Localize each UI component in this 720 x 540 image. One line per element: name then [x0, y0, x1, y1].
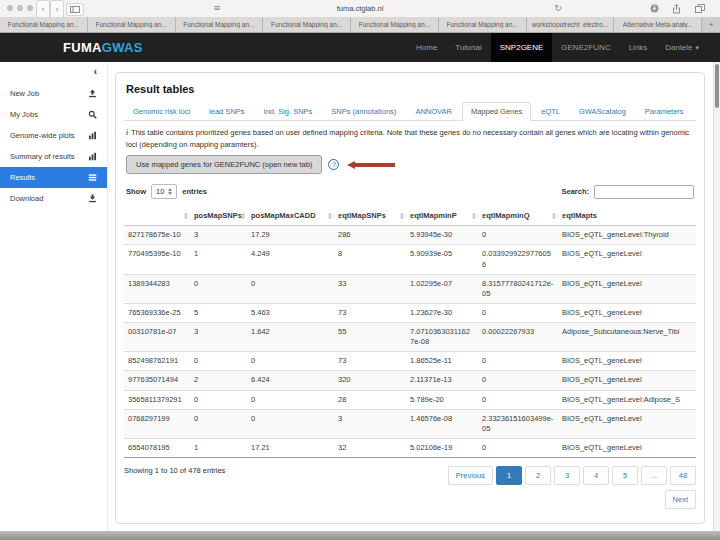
table-cell: 5.90939e-05	[406, 245, 478, 274]
pagination-page-2[interactable]: 2	[525, 466, 551, 485]
sidebar-item-results[interactable]: Results	[0, 167, 107, 188]
table-controls: Show 10 entries Search:	[126, 184, 694, 199]
column-header-eqtlmapminq[interactable]: eqtlMapminQ	[478, 207, 558, 226]
navbar-item-snp2gene[interactable]: SNP2GENE	[491, 33, 553, 62]
browser-tab-2[interactable]: Functional Mapping an...	[88, 17, 176, 32]
sidebar-item-download[interactable]: Download	[0, 188, 107, 209]
pagination-previous[interactable]: Previous	[448, 466, 493, 485]
sort-asc-icon	[400, 213, 404, 216]
sidebar-item-genome-wide-plots[interactable]: Genome-wide plots	[0, 125, 107, 146]
sort-icon[interactable]	[400, 213, 404, 220]
browser-tab-5[interactable]: Functional Mapping an...	[351, 17, 439, 32]
app-body: ‹ New JobMy JobsGenome-wide plotsSummary…	[0, 62, 720, 531]
browser-tab-6[interactable]: Functional Mapping an...	[439, 17, 527, 32]
tab-mapped-genes[interactable]: Mapped Genes	[462, 102, 531, 121]
browser-tab-4[interactable]: Functional Mapping an...	[263, 17, 351, 32]
sort-icon[interactable]	[328, 213, 332, 220]
column-header-label: eqtlMapSNPs	[338, 211, 386, 220]
column-header-eqtlmapts[interactable]: eqtlMapts	[558, 207, 696, 226]
sort-icon[interactable]	[241, 213, 245, 220]
column-header-posmapmaxcadd[interactable]: posMapMaxCADD	[247, 207, 334, 226]
scrollbar-thumb[interactable]	[715, 64, 719, 108]
share-icon[interactable]	[672, 4, 681, 14]
tab-snps-annotations[interactable]: SNPs (annotations)	[322, 102, 405, 121]
new-tab-button[interactable]: +	[702, 17, 720, 32]
tab-lead-snps[interactable]: lead SNPs	[200, 102, 253, 121]
column-header-label: eqtlMapts	[562, 211, 597, 220]
zoom-window-icon[interactable]	[27, 5, 33, 11]
table-row: 356581137929100285.789e-200BIOS_eQTL_gen…	[124, 390, 696, 409]
navbar-item-daniele[interactable]: Daniele▾	[656, 33, 708, 62]
pagination-page-1[interactable]: 1	[496, 466, 522, 485]
sort-icon[interactable]	[472, 213, 476, 220]
app-navbar: FUMAGWAS HomeTutorialSNP2GENEGENE2FUNCLi…	[0, 33, 720, 62]
page-size-select[interactable]: 10	[151, 184, 177, 199]
table-cell: BIOS_eQTL_geneLevel	[558, 303, 696, 322]
tab-genomic-risk-loci[interactable]: Genomic risk loci	[124, 102, 199, 121]
table-cell: 0	[478, 352, 558, 371]
column-header-eqtlmapsnps[interactable]: eqtlMapSNPs	[334, 207, 406, 226]
use-mapped-genes-button[interactable]: Use mapped genes for GENE2FUNC (open new…	[126, 155, 322, 174]
downloads-icon[interactable]	[650, 4, 659, 13]
navbar-item-tutorial[interactable]: Tutorial	[446, 33, 490, 62]
fuma-logo[interactable]: FUMAGWAS	[63, 33, 143, 62]
column-header-label: eqtlMapminQ	[482, 211, 530, 220]
table-cell: 2.11371e-13	[406, 371, 478, 390]
column-header-1[interactable]	[124, 207, 190, 226]
browser-tab-7[interactable]: workshoputrecht_electro...	[527, 17, 615, 32]
table-row: 138934428300331.02295e-078.3157778024171…	[124, 274, 696, 303]
browser-tab-3[interactable]: Functional Mapping an...	[176, 17, 264, 32]
help-icon[interactable]: ?	[328, 159, 339, 170]
table-cell: 0	[247, 409, 334, 438]
sidebar-item-my-jobs[interactable]: My Jobs	[0, 104, 107, 125]
tab-annovar[interactable]: ANNOVAR	[406, 102, 461, 121]
navbar-item-gene2func[interactable]: GENE2FUNC	[552, 33, 619, 62]
tab-gwascatalog[interactable]: GWAScatalog	[570, 102, 635, 121]
close-window-icon[interactable]	[7, 5, 13, 11]
table-row: 770495395e-1014.24985.90939e-050.0339299…	[124, 245, 696, 274]
sidebar-toggle-icon[interactable]	[66, 3, 84, 16]
pagination-page-48[interactable]: 48	[670, 466, 696, 485]
showing-entries-text: Showing 1 to 10 of 478 entries	[124, 466, 225, 475]
table-cell: 852498762191	[124, 352, 190, 371]
table-body: 827178675e-10317.292865.93945e-300BIOS_e…	[124, 226, 696, 457]
reload-icon[interactable]: ↻	[552, 0, 564, 17]
sort-desc-icon	[328, 217, 332, 220]
sidebar-collapse-button[interactable]: ‹	[0, 64, 107, 83]
navbar-item-home[interactable]: Home	[407, 33, 446, 62]
table-cell: 00310781e-07	[124, 323, 190, 352]
browser-tab-strip: Functional Mapping an...Functional Mappi…	[0, 17, 720, 33]
search-input[interactable]	[594, 185, 694, 199]
sidebar-item-new-job[interactable]: New Job	[0, 83, 107, 104]
pagination-page-4[interactable]: 4	[583, 466, 609, 485]
tab-parameters[interactable]: Parameters	[636, 102, 693, 121]
pagination-page-5[interactable]: 5	[612, 466, 638, 485]
table-cell: BIOS_eQTL_geneLevel	[558, 352, 696, 371]
tab-overview-icon[interactable]: ≡	[210, 0, 224, 17]
table-cell: 0	[247, 390, 334, 409]
navbar-item-links[interactable]: Links	[620, 33, 657, 62]
sidebar-item-summary-of-results[interactable]: Summary of results	[0, 146, 107, 167]
table-cell: 286	[334, 226, 406, 245]
window-controls[interactable]	[7, 5, 33, 11]
pagination-page-3[interactable]: 3	[554, 466, 580, 485]
minimize-window-icon[interactable]	[17, 5, 23, 11]
sort-icon[interactable]	[552, 213, 556, 220]
pagination-page-[interactable]: ...	[641, 466, 667, 485]
brand-gwas: GWAS	[102, 40, 143, 55]
table-row: 85249876219100731.86525e-110BIOS_eQTL_ge…	[124, 352, 696, 371]
pagination-next[interactable]: Next	[665, 490, 696, 509]
column-header-eqtlmapminp[interactable]: eqtlMapminP	[406, 207, 478, 226]
address-bar[interactable]: fuma.ctglab.nl	[337, 0, 384, 17]
tab-ind-sig-snps[interactable]: Ind. Sig. SNPs	[255, 102, 322, 121]
browser-tab-8[interactable]: Alternative Meta-analy...	[614, 17, 702, 32]
sidebar-item-label: Genome-wide plots	[10, 131, 75, 140]
tab-eqtl[interactable]: eQTL	[532, 102, 569, 121]
page-title: Result tables	[126, 83, 696, 95]
browser-tab-1[interactable]: Functional Mapping an...	[0, 17, 88, 32]
navbar-menu: HomeTutorialSNP2GENEGENE2FUNCLinksDaniel…	[407, 33, 708, 62]
tabs-icon[interactable]	[695, 4, 705, 13]
sort-icon[interactable]	[184, 213, 188, 220]
column-header-posmapsnps[interactable]: posMapSNPs	[190, 207, 247, 226]
window-scrollbar[interactable]	[713, 62, 720, 531]
